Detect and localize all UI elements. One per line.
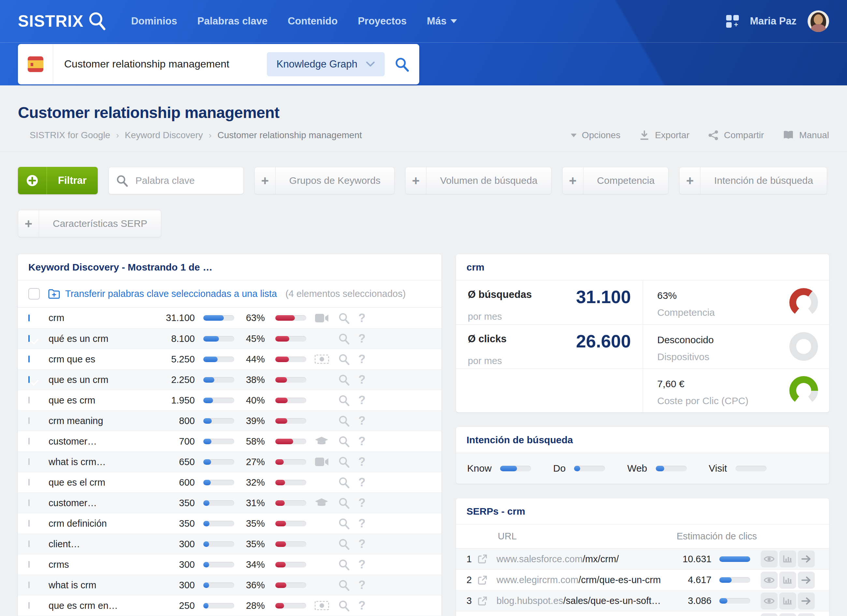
keyword-label[interactable]: que es crm — [49, 395, 158, 406]
help-icon[interactable]: ? — [359, 537, 366, 551]
inspect-keyword-button[interactable] — [338, 353, 359, 365]
help-icon[interactable]: ? — [359, 496, 366, 510]
keyword-label[interactable]: que es el crm — [49, 477, 158, 488]
select-all-checkbox[interactable] — [28, 288, 40, 300]
inspect-keyword-button[interactable] — [338, 477, 359, 488]
row-checkbox[interactable] — [28, 335, 30, 342]
row-checkbox[interactable] — [28, 520, 30, 527]
inspect-keyword-button[interactable] — [338, 579, 359, 591]
help-icon[interactable]: ? — [359, 352, 366, 366]
keyword-label[interactable]: qué es un crm — [49, 334, 158, 344]
inspect-keyword-button[interactable] — [338, 497, 359, 509]
help-icon[interactable]: ? — [359, 393, 366, 407]
preview-button[interactable] — [761, 592, 778, 610]
nav-item[interactable]: Palabras clave — [198, 15, 267, 27]
help-icon[interactable]: ? — [359, 578, 366, 592]
help-icon[interactable]: ? — [359, 476, 366, 489]
row-checkbox[interactable] — [28, 315, 30, 321]
inspect-keyword-button[interactable] — [338, 558, 359, 570]
row-checkbox[interactable] — [28, 376, 30, 383]
add-filter-button[interactable]: + Intención de búsqueda — [679, 167, 827, 194]
chart-button[interactable] — [779, 572, 796, 589]
inspect-keyword-button[interactable] — [338, 436, 359, 447]
row-checkbox[interactable] — [28, 541, 30, 547]
row-checkbox[interactable] — [28, 458, 30, 465]
external-link-icon[interactable] — [478, 575, 496, 585]
apps-grid-icon[interactable]: + — [726, 15, 739, 28]
row-checkbox[interactable] — [28, 397, 30, 403]
transfer-link[interactable]: Transferir palabras clave seleccionadas … — [48, 288, 277, 299]
add-filter-button[interactable]: + Características SERP — [18, 210, 161, 237]
row-checkbox[interactable] — [28, 479, 30, 486]
open-button[interactable] — [798, 551, 815, 567]
keyword-label[interactable]: customer… — [49, 498, 158, 508]
inspect-keyword-button[interactable] — [338, 333, 359, 344]
keyword-label[interactable]: client… — [49, 539, 158, 550]
nav-item[interactable]: Contenido — [288, 15, 338, 27]
nav-item[interactable]: Proyectos — [358, 15, 407, 27]
inspect-keyword-button[interactable] — [338, 312, 359, 324]
help-icon[interactable]: ? — [359, 517, 366, 530]
chart-button[interactable] — [779, 592, 796, 610]
preview-button[interactable] — [761, 613, 778, 616]
search-submit-button[interactable] — [393, 57, 419, 72]
keyword-label[interactable]: crm — [49, 313, 158, 324]
help-icon[interactable]: ? — [359, 332, 366, 346]
open-button[interactable] — [798, 572, 815, 589]
inspect-keyword-button[interactable] — [338, 456, 359, 468]
help-icon[interactable]: ? — [359, 599, 366, 612]
row-checkbox[interactable] — [28, 582, 30, 588]
row-checkbox[interactable] — [28, 417, 30, 424]
keyword-filter-input[interactable] — [136, 175, 243, 186]
serp-url-link[interactable]: www.salesforce.com/mx/crm/ — [496, 554, 677, 564]
row-checkbox[interactable] — [28, 499, 30, 506]
external-link-icon[interactable] — [478, 554, 496, 564]
add-filter-button[interactable]: + Competencia — [562, 167, 669, 194]
page-action-button[interactable]: Compartir — [708, 130, 764, 140]
keyword-label[interactable]: crm que es — [49, 354, 158, 365]
inspect-keyword-button[interactable] — [338, 538, 359, 550]
page-action-button[interactable]: Manual — [783, 130, 829, 140]
help-icon[interactable]: ? — [359, 558, 366, 571]
user-name[interactable]: Maria Paz — [750, 15, 797, 27]
preview-button[interactable] — [761, 551, 778, 567]
keyword-label[interactable]: que es un crm — [49, 374, 158, 385]
breadcrumb-item[interactable]: › Customer relationship management — [203, 130, 362, 140]
nav-item[interactable]: Dominios — [131, 15, 177, 27]
keyword-label[interactable]: crm meaning — [49, 415, 158, 426]
country-selector[interactable] — [18, 44, 53, 84]
help-icon[interactable]: ? — [359, 311, 366, 325]
search-input[interactable] — [53, 58, 267, 70]
help-icon[interactable]: ? — [359, 434, 366, 448]
serp-url-link[interactable]: www.elegircrm.com/crm/que-es-un-crm — [496, 575, 677, 585]
inspect-keyword-button[interactable] — [338, 600, 359, 612]
serp-url-link[interactable]: blog.hubspot.es/sales/que-es-un-soft… — [496, 595, 677, 606]
keyword-label[interactable]: crm definición — [49, 518, 158, 529]
preview-button[interactable] — [761, 572, 778, 589]
chart-button[interactable] — [779, 613, 796, 616]
page-action-button[interactable]: Opciones — [571, 130, 620, 140]
help-icon[interactable]: ? — [359, 414, 366, 428]
inspect-keyword-button[interactable] — [338, 518, 359, 529]
row-checkbox[interactable] — [28, 438, 30, 445]
row-checkbox[interactable] — [28, 602, 30, 609]
row-checkbox[interactable] — [28, 356, 30, 362]
help-icon[interactable]: ? — [359, 455, 366, 469]
inspect-keyword-button[interactable] — [338, 374, 359, 386]
row-checkbox[interactable] — [28, 561, 30, 568]
inspect-keyword-button[interactable] — [338, 415, 359, 427]
chart-button[interactable] — [779, 551, 796, 567]
sistrix-logo[interactable]: SISTRIX — [18, 10, 108, 32]
breadcrumb-item[interactable]: SISTRIX for Google — [18, 130, 110, 140]
keyword-label[interactable]: customer… — [49, 436, 158, 447]
keyword-label[interactable]: crms — [49, 559, 158, 570]
page-action-button[interactable]: Exportar — [639, 130, 689, 140]
keyword-label[interactable]: what is crm — [49, 580, 158, 591]
breadcrumb-item[interactable]: › Keyword Discovery — [110, 130, 203, 140]
add-filter-button[interactable]: + Grupos de Keywords — [254, 167, 394, 194]
user-avatar[interactable] — [807, 10, 829, 32]
add-filter-button[interactable]: + Volumen de búsqueda — [405, 167, 552, 194]
search-scope-select[interactable]: Knowledge Graph — [267, 52, 385, 76]
nav-item[interactable]: Más — [427, 15, 457, 27]
external-link-icon[interactable] — [478, 596, 496, 606]
